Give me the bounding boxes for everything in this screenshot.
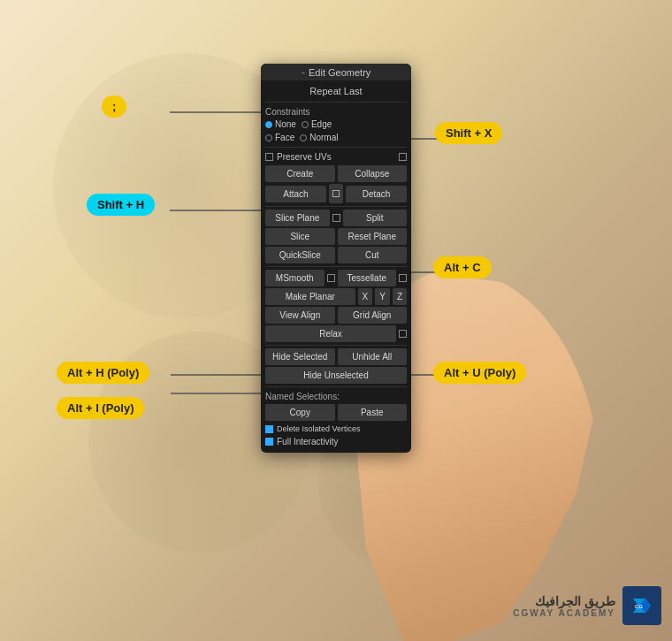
logo-text: طريق الجرافيك CGWAY ACADEMY <box>513 594 615 618</box>
annotation-shift-h: Shift + H <box>87 194 155 216</box>
edit-geometry-panel: - Edit Geometry Repeat Last Constraints … <box>261 64 411 453</box>
annotation-alt-h-poly: Alt + H (Poly) <box>57 362 149 384</box>
reset-plane-button[interactable]: Reset Plane <box>338 228 408 245</box>
preserve-uvs-checkbox2[interactable] <box>399 153 407 161</box>
split-button[interactable]: Split <box>343 210 408 226</box>
view-align-button[interactable]: View Align <box>265 307 335 324</box>
annotation-alt-u-poly: Alt + U (Poly) <box>433 362 526 384</box>
annotation-alt-i-poly: Alt + I (Poly) <box>57 397 144 419</box>
radio-none-label: None <box>275 119 296 129</box>
relax-row: Relax <box>265 325 407 342</box>
radio-face-label: Face <box>275 133 294 142</box>
view-grid-align-row: View Align Grid Align <box>265 307 407 324</box>
msmooth-button[interactable]: MSmooth <box>265 270 325 286</box>
grid-align-button[interactable]: Grid Align <box>338 307 408 324</box>
relax-checkbox[interactable] <box>399 330 407 338</box>
radio-normal-label: Normal <box>309 133 338 142</box>
panel-body: Repeat Last Constraints None Edge Face N… <box>261 80 411 453</box>
z-button[interactable]: Z <box>393 288 407 305</box>
logo-english: CGWAY ACADEMY <box>513 608 615 618</box>
paste-button[interactable]: Paste <box>338 404 408 421</box>
make-planar-button[interactable]: Make Planar <box>265 288 355 305</box>
msmooth-tessellate-row: MSmooth Tessellate <box>265 270 407 286</box>
logo-icon: CG <box>622 586 661 625</box>
annotation-shift-x: Shift + X <box>435 122 502 144</box>
annotation-shift-x-label: Shift + X <box>446 126 492 140</box>
svg-text:CG: CG <box>635 604 643 609</box>
constraints-row2: Face Normal <box>265 131 407 144</box>
slice-plane-row: Slice Plane Split <box>265 210 407 226</box>
delete-isolated-checkbox[interactable] <box>265 425 273 433</box>
hide-unselected-button[interactable]: Hide Unselected <box>265 367 407 384</box>
annotation-alt-u-poly-label: Alt + U (Poly) <box>444 366 515 379</box>
delete-isolated-label: Delete Isolated Vertices <box>277 424 361 433</box>
full-interactivity-row: Full Interactivity <box>265 435 407 448</box>
attach-button[interactable]: Attach <box>265 186 326 202</box>
split-checkbox[interactable] <box>332 214 340 222</box>
unhide-all-button[interactable]: Unhide All <box>338 348 408 365</box>
x-button[interactable]: X <box>358 288 373 305</box>
radio-face-circle <box>265 134 272 141</box>
copy-paste-row: Copy Paste <box>265 404 407 421</box>
preserve-uvs-label: Preserve UVs <box>277 152 332 162</box>
radio-normal[interactable]: Normal <box>300 133 338 142</box>
annotation-shift-h-label: Shift + H <box>97 198 144 211</box>
tessellate-button[interactable]: Tessellate <box>338 270 397 286</box>
tessellate-checkbox[interactable] <box>399 274 407 282</box>
delete-isolated-row: Delete Isolated Vertices <box>265 423 407 435</box>
radio-edge-label: Edge <box>311 119 332 129</box>
full-interactivity-label: Full Interactivity <box>277 437 338 446</box>
annotation-alt-h-poly-label: Alt + H (Poly) <box>67 366 139 379</box>
annotation-alt-c: Alt + C <box>433 256 492 279</box>
radio-edge-circle <box>302 121 309 128</box>
full-interactivity-checkbox[interactable] <box>265 438 273 446</box>
logo-arabic: طريق الجرافيك <box>513 594 615 608</box>
constraints-label: Constraints <box>265 105 407 118</box>
slice-plane-button[interactable]: Slice Plane <box>265 210 330 226</box>
quickslice-cut-row: QuickSlice Cut <box>265 247 407 263</box>
radio-edge[interactable]: Edge <box>302 119 332 129</box>
attach-detach-row: Attach Detach <box>265 184 407 203</box>
msmooth-checkbox[interactable] <box>327 274 335 282</box>
create-button[interactable]: Create <box>265 165 335 182</box>
annotation-semicolon-label: ; <box>112 100 116 113</box>
quickslice-button[interactable]: QuickSlice <box>265 247 335 263</box>
repeat-last-button[interactable]: Repeat Last <box>265 83 407 99</box>
attach-settings-button[interactable] <box>329 184 343 203</box>
logo-svg: CG <box>628 591 656 620</box>
logo-area: طريق الجرافيك CGWAY ACADEMY CG <box>513 586 661 625</box>
annotation-semicolon: ; <box>102 95 126 118</box>
constraints-row: None Edge <box>265 118 407 131</box>
slice-reset-row: Slice Reset Plane <box>265 228 407 245</box>
hide-unselected-row: Hide Unselected <box>265 367 407 384</box>
copy-button[interactable]: Copy <box>265 404 335 421</box>
hide-unhide-row: Hide Selected Unhide All <box>265 348 407 365</box>
preserve-uvs-checkbox[interactable] <box>265 153 273 161</box>
preserve-row: Preserve UVs <box>265 150 407 164</box>
annotation-alt-c-label: Alt + C <box>444 261 481 274</box>
collapse-button[interactable]: Collapse <box>338 165 408 182</box>
hide-selected-button[interactable]: Hide Selected <box>265 348 335 365</box>
panel-titlebar: - Edit Geometry <box>261 64 411 80</box>
create-collapse-row: Create Collapse <box>265 165 407 182</box>
attach-settings-icon <box>332 190 340 197</box>
annotation-alt-i-poly-label: Alt + I (Poly) <box>67 401 134 415</box>
radio-none[interactable]: None <box>265 119 296 129</box>
cut-button[interactable]: Cut <box>338 247 408 263</box>
y-button[interactable]: Y <box>375 288 390 305</box>
make-planar-row: Make Planar X Y Z <box>265 288 407 305</box>
radio-none-circle <box>265 121 272 128</box>
radio-face[interactable]: Face <box>265 133 294 142</box>
slice-button[interactable]: Slice <box>265 228 335 245</box>
panel-title: Edit Geometry <box>309 67 370 78</box>
panel-collapse-icon[interactable]: - <box>302 66 305 78</box>
detach-button[interactable]: Detach <box>346 186 407 202</box>
radio-normal-circle <box>300 134 307 141</box>
named-selections-label: Named Selections: <box>265 390 407 402</box>
relax-button[interactable]: Relax <box>265 325 396 342</box>
